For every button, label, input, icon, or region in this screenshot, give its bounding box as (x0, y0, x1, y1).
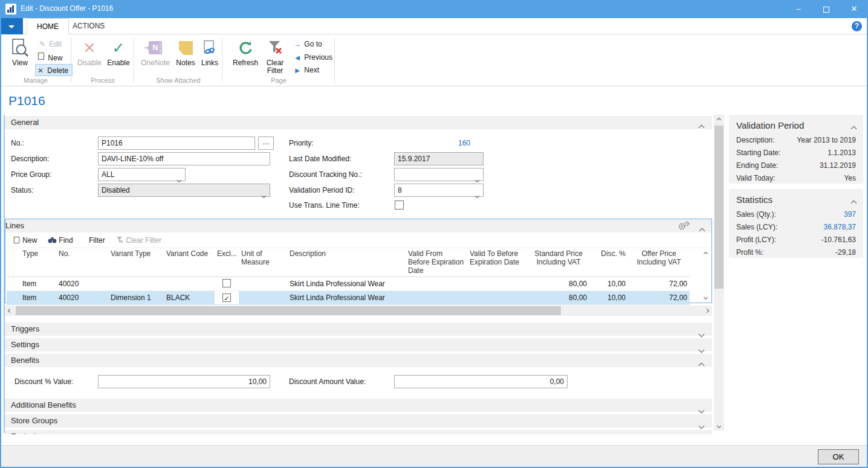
previous-arrow-icon: ◀ (293, 52, 302, 64)
lines-new-button[interactable]: ✳ New (13, 235, 37, 246)
fact-row: Profit (LCY):-10.761,63 (729, 234, 863, 246)
lines-vertical-scrollbar[interactable] (701, 249, 710, 301)
goto-button[interactable]: → Go to (293, 38, 322, 50)
fasttab-triggers[interactable]: Triggers (5, 322, 712, 336)
application-menu-button[interactable] (0, 18, 23, 34)
priority-value[interactable]: 160 (394, 136, 470, 150)
table-row[interactable]: Item 40020 Skirt Linda Professional Wear… (7, 277, 690, 291)
lines-toolbar: ✳ New Find Filter Clear Filter (5, 232, 711, 248)
lines-filter-button[interactable]: Filter (89, 235, 105, 246)
col-no[interactable]: No. (56, 248, 108, 277)
lines-horizontal-scrollbar[interactable] (5, 306, 712, 316)
price-group-select[interactable]: ALL (98, 168, 186, 181)
discount-tracking-select[interactable] (394, 168, 484, 181)
chevron-up-icon (699, 125, 705, 131)
no-field[interactable]: P1016 (98, 136, 255, 150)
excl-checkbox[interactable]: ✓ (222, 293, 231, 302)
tab-actions[interactable]: ACTIONS (63, 18, 114, 34)
fasttab-benefits[interactable]: Benefits (5, 354, 712, 367)
next-button[interactable]: ▶ Next (293, 64, 319, 76)
links-button[interactable]: Links (199, 37, 220, 67)
lines-find-button[interactable]: Find (48, 235, 73, 246)
col-offer-price[interactable]: Offer Price Including VAT (628, 248, 690, 277)
fact-row: Profit %:-29,18 (729, 246, 863, 259)
group-label-process: Process (71, 77, 134, 84)
scroll-left-button[interactable] (5, 306, 15, 316)
col-unit-of-measure[interactable]: Unit of Measure (239, 248, 287, 277)
col-type[interactable]: Type (7, 248, 56, 277)
col-disc-pct[interactable]: Disc. % (589, 248, 628, 277)
help-button[interactable]: ? (852, 21, 862, 31)
lines-header-row: Type No. Variant Type Variant Code Excl.… (7, 248, 690, 277)
fact-row: Sales (Qty.):397 (729, 208, 863, 221)
fasttab-lines[interactable]: Lines (5, 219, 711, 232)
lines-clear-filter-button[interactable]: Clear Filter (115, 235, 161, 246)
view-button[interactable]: View (7, 37, 33, 67)
notes-icon (173, 37, 198, 59)
scroll-right-button[interactable] (702, 306, 712, 316)
svg-text:✳: ✳ (13, 236, 16, 241)
notes-button[interactable]: Notes (173, 37, 198, 67)
col-variant-code[interactable]: Variant Code (164, 248, 215, 277)
chevron-up-icon[interactable] (851, 200, 857, 207)
description-label: Description: (11, 152, 49, 165)
last-modified-field: 15.9.2017 (394, 152, 484, 165)
clear-filter-button[interactable]: Clear Filter (262, 37, 288, 75)
scroll-down-button[interactable] (701, 292, 710, 301)
disable-button[interactable]: ✕ Disable (75, 37, 104, 67)
excl-checkbox[interactable] (222, 279, 231, 287)
use-trans-line-time-label: Use Trans. Line Time: (289, 199, 360, 212)
scrollbar-thumb[interactable] (714, 126, 724, 289)
previous-button[interactable]: ◀ Previous (293, 51, 332, 63)
fasttab-store-groups[interactable]: Store Groups (5, 414, 712, 428)
delete-button[interactable]: ✕ Delete (35, 64, 73, 76)
chevron-up-icon[interactable] (851, 126, 857, 132)
new-button[interactable]: ✳ New (36, 51, 62, 63)
ribbon-group-process: ✕ Disable ✓ Enable Process (71, 34, 134, 86)
onenote-button[interactable]: N➜ OneNote (139, 37, 172, 67)
col-variant-type[interactable]: Variant Type (108, 248, 164, 277)
ribbon-group-page: Refresh Clear Filter → Go to ◀ Previous … (222, 34, 335, 86)
scrollbar-thumb[interactable] (16, 306, 561, 315)
col-excl[interactable]: Excl... (215, 248, 239, 277)
close-button[interactable]: ✕ (840, 0, 868, 18)
chevron-down-icon (699, 347, 705, 353)
maximize-icon (823, 7, 829, 13)
description-field[interactable]: DAVI-LINE-10% off (98, 152, 270, 165)
main-vertical-scrollbar[interactable] (714, 115, 724, 431)
factbox-title: Validation Period (736, 120, 804, 130)
maximize-button[interactable] (812, 0, 840, 18)
scroll-up-button[interactable] (701, 249, 710, 258)
status-select[interactable]: Disabled (98, 184, 270, 197)
col-standard-price[interactable]: Standard Price Including VAT (528, 248, 589, 277)
scroll-up-button[interactable] (714, 115, 724, 125)
ok-button[interactable]: OK (818, 449, 859, 464)
col-valid-from[interactable]: Valid From Before Expiration Date (406, 248, 467, 277)
col-valid-to[interactable]: Valid To Before Expiration Date (467, 248, 528, 277)
title-bar: Edit - Discount Offer - P1016 – ✕ (0, 0, 868, 18)
no-lookup-button[interactable]: ... (258, 136, 274, 150)
ribbon-tab-row: HOME ACTIONS ? (0, 18, 868, 34)
drilldown-link[interactable]: 36.878,37 (824, 222, 856, 232)
drilldown-link[interactable]: 397 (844, 210, 856, 220)
new-page-icon: ✳ (13, 236, 21, 245)
edit-button[interactable]: ✎ Edit (37, 38, 62, 50)
scroll-down-button[interactable] (714, 420, 724, 431)
enable-button[interactable]: ✓ Enable (105, 37, 132, 67)
fasttab-settings[interactable]: Settings (5, 338, 712, 351)
fasttab-general[interactable]: General (5, 116, 712, 129)
onenote-icon: N➜ (139, 37, 172, 59)
minimize-button[interactable]: – (785, 0, 812, 18)
page-content: P1016 General No.: P1016 ... Description… (0, 86, 868, 445)
use-trans-line-time-checkbox[interactable] (395, 200, 404, 210)
discount-amount-value-field[interactable]: 0,00 (394, 375, 568, 388)
col-description[interactable]: Description (287, 248, 406, 277)
discount-pct-value-field[interactable]: 10,00 (98, 375, 270, 388)
fasttab-additional-benefits[interactable]: Additional Benefits (5, 399, 712, 412)
refresh-button[interactable]: Refresh (230, 37, 261, 67)
refresh-icon (230, 37, 261, 59)
chevron-down-icon (262, 194, 266, 198)
validation-period-id-select[interactable]: 8 (394, 184, 484, 197)
fasttab-clipped[interactable]: Exclusions (5, 430, 712, 434)
table-row-selected[interactable]: Item 40020 Dimension 1 BLACK ✓ Skirt Lin… (7, 291, 690, 305)
